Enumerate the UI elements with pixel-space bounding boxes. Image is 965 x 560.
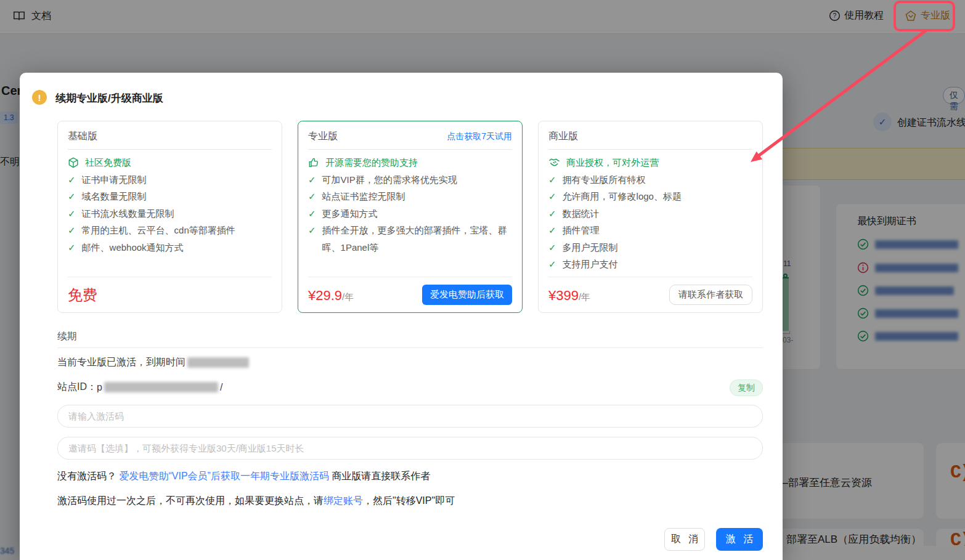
trial-link[interactable]: 点击获取7天试用 (447, 131, 512, 142)
feature-item: ✓常用的主机、云平台、cdn等部署插件 (68, 222, 272, 239)
plan-footer: ¥399/年 请联系作者获取 (548, 277, 752, 312)
feature-item: ✓插件管理 (548, 222, 752, 239)
sponsor-get-button[interactable]: 爱发电赞助后获取 (422, 285, 512, 305)
activation-code-input[interactable] (57, 405, 763, 428)
plan-name: 商业版 (548, 130, 752, 150)
site-id-row: 站点ID： p / (57, 381, 222, 394)
redacted-expiry-date (187, 357, 249, 368)
plan-card-business: 商业版 商业授权，可对外运营 ✓拥有专业版所有特权 ✓允许商用，可修改logo、… (538, 121, 763, 313)
contact-author-button[interactable]: 请联系作者获取 (669, 285, 752, 305)
thumbs-up-icon (308, 154, 319, 171)
plan-card-basic: 基础版 社区免费版 ✓证书申请无限制 ✓域名数量无限制 ✓证书流水线数量无限制 … (57, 121, 282, 313)
feature-item: ✓证书申请无限制 (68, 171, 272, 189)
feature-item: ✓站点证书监控无限制 (308, 188, 512, 205)
no-code-note: 没有激活码？ 爱发电赞助“VIP会员”后获取一年期专业版激活码 商业版请直接联系… (57, 470, 430, 483)
activation-status: 当前专业版已激活，到期时间 (57, 356, 251, 369)
redacted-site-id (104, 382, 218, 392)
feature-item: ✓支持用户支付 (548, 256, 752, 273)
feature-item: ✓允许商用，可修改logo、标题 (548, 188, 752, 205)
plan-headline: 社区免费版 (68, 154, 272, 171)
feature-item: ✓域名数量无限制 (68, 188, 272, 205)
plan-footer: 免费 (68, 277, 272, 312)
plan-name: 专业版 点击获取7天试用 (308, 130, 512, 150)
package-icon (68, 154, 79, 171)
plan-footer: ¥29.9/年 爱发电赞助后获取 (308, 277, 512, 312)
app-viewport: 文档 ? 使用教程 专业版 (0, 0, 965, 560)
invite-code-input[interactable] (57, 437, 763, 460)
bind-account-link[interactable]: 绑定账号 (324, 495, 363, 506)
plan-headline: 商业授权，可对外运营 (548, 154, 752, 171)
renew-section-label: 续期 (57, 330, 77, 343)
warning-icon: ! (32, 90, 47, 105)
feature-item: ✓可加VIP群，您的需求将优先实现 (308, 171, 512, 189)
activate-button[interactable]: 激 活 (716, 528, 763, 551)
upgrade-modal: ! 续期专业版/升级商业版 基础版 社区免费版 ✓证书申请无限制 ✓域名数量无限… (20, 73, 783, 560)
feature-item: ✓邮件、webhook通知方式 (68, 239, 272, 256)
plan-features: 开源需要您的赞助支持 ✓可加VIP群，您的需求将优先实现 ✓站点证书监控无限制 … (308, 150, 512, 256)
feature-item: ✓数据统计 (548, 205, 752, 222)
feature-item: ✓证书流水线数量无限制 (68, 205, 272, 222)
plan-card-pro: 专业版 点击获取7天试用 开源需要您的赞助支持 ✓可加VIP群，您的需求将优先实… (298, 121, 523, 313)
sponsor-link[interactable]: 爱发电赞助“VIP会员”后获取一年期专业版激活码 (119, 471, 328, 481)
divider (57, 347, 763, 348)
usage-note: 激活码使用过一次之后，不可再次使用，如果要更换站点，请绑定账号，然后"转移VIP… (57, 495, 455, 508)
feature-item: ✓插件全开放，更多强大的部署插件，宝塔、群晖、1Panel等 (308, 222, 512, 256)
plan-features: 社区免费版 ✓证书申请无限制 ✓域名数量无限制 ✓证书流水线数量无限制 ✓常用的… (68, 150, 272, 256)
plan-name: 基础版 (68, 130, 272, 150)
plan-price: ¥29.9/年 (308, 286, 354, 304)
cancel-button[interactable]: 取 消 (664, 528, 705, 551)
copy-button[interactable]: 复制 (730, 379, 763, 396)
plan-price: ¥399/年 (548, 286, 590, 304)
plan-headline: 开源需要您的赞助支持 (308, 154, 512, 171)
modal-title: 续期专业版/升级商业版 (55, 91, 163, 105)
feature-item: ✓更多通知方式 (308, 205, 512, 222)
plan-price: 免费 (68, 285, 97, 305)
feature-item: ✓拥有专业版所有特权 (548, 171, 752, 189)
handshake-icon (548, 154, 560, 171)
feature-item: ✓多用户无限制 (548, 239, 752, 256)
plan-features: 商业授权，可对外运营 ✓拥有专业版所有特权 ✓允许商用，可修改logo、标题 ✓… (548, 150, 752, 273)
